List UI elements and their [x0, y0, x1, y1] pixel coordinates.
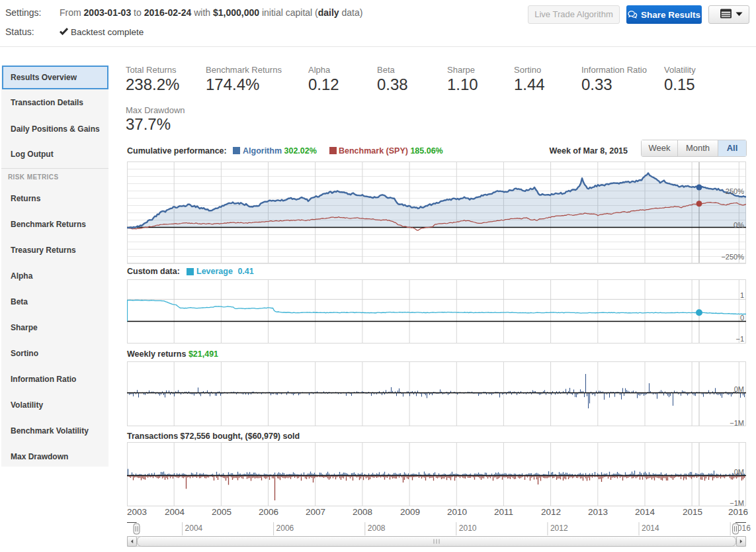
svg-text:−250%: −250% [721, 253, 744, 261]
svg-text:0M: 0M [734, 468, 744, 476]
svg-text:2010: 2010 [459, 524, 477, 533]
svg-text:0M: 0M [734, 385, 744, 393]
svg-text:2006: 2006 [276, 524, 294, 533]
svg-text:2012: 2012 [550, 524, 568, 533]
svg-text:2014: 2014 [642, 524, 659, 533]
svg-text:0%: 0% [734, 221, 744, 229]
svg-text:0: 0 [740, 314, 744, 322]
svg-text:250%: 250% [726, 187, 744, 195]
svg-text:−1M: −1M [730, 419, 744, 427]
svg-text:1: 1 [740, 291, 744, 299]
svg-text:2004: 2004 [185, 524, 203, 533]
svg-text:−1M: −1M [730, 499, 744, 507]
svg-text:2008: 2008 [368, 524, 386, 533]
svg-text:−1: −1 [735, 335, 744, 343]
